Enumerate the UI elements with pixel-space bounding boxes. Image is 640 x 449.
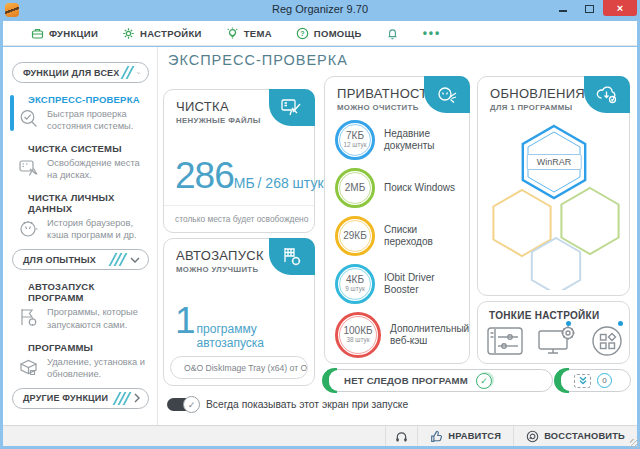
counter-badge[interactable]: 0 <box>597 373 612 388</box>
chevron-down-icon <box>130 257 140 263</box>
privacy-label: Недавние документы <box>384 128 459 153</box>
bell-icon <box>386 27 399 40</box>
collapse-button[interactable] <box>574 374 591 388</box>
stripes-decoration <box>124 66 131 79</box>
nav-desc: Быстрая проверка состояния системы. <box>47 107 151 132</box>
menu-theme[interactable]: ТЕМА <box>226 27 272 40</box>
menu-help-label: ПОМОЩЬ <box>314 28 362 39</box>
ellipsis-icon: ••• <box>423 26 442 40</box>
cleanup-caption: столько места будет освобождено <box>164 205 314 232</box>
menu-settings[interactable]: НАСТРОЙКИ <box>122 27 202 40</box>
chevron-down-icon <box>137 70 140 76</box>
support-button[interactable] <box>385 426 417 446</box>
updates-card[interactable]: ОБНОВЛЕНИЯ ДЛЯ 1 ПРОГРАММЫ WinRAR <box>477 76 630 296</box>
svg-text:?: ? <box>300 30 305 37</box>
restore-icon <box>526 430 539 443</box>
privacy-size: 2МБ <box>345 183 365 193</box>
autostart-card[interactable]: АВТОЗАПУСК МОЖНО УЛУЧШИТЬ 1программу авт… <box>163 238 315 386</box>
privacy-item-recent-documents[interactable]: 7КБ 12 штук Недавние документы <box>325 120 469 160</box>
winrar-update-chip[interactable]: WinRAR <box>527 154 582 170</box>
tweaks-card[interactable]: ТОНКИЕ НАСТРОЙКИ <box>477 301 630 364</box>
privacy-item-windows-search[interactable]: 2МБ Поиск Windows <box>325 168 469 208</box>
privacy-ring: 7КБ 12 штук <box>335 120 375 160</box>
green-accent <box>554 368 569 393</box>
card-title: ТОНКИЕ НАСТРОЙКИ <box>478 302 629 321</box>
cleanup-badge <box>269 89 315 126</box>
nav-title: ЧИСТКА ЛИЧНЫХ ДАННЫХ <box>28 192 151 214</box>
close-button[interactable]: × <box>603 0 637 16</box>
cleanup-size-value: 286 <box>175 155 234 197</box>
privacy-item-extra-web-cache[interactable]: 100КБ 38 штук Дополнительный веб-кэш <box>325 312 469 358</box>
sidebar: ФУНКЦИИ ДЛЯ ВСЕХ ЭКСПРЕСС-ПРОВЕРКА Быстр… <box>3 47 158 425</box>
cloud-download-icon <box>596 86 618 104</box>
restore-button[interactable]: ВОССТАНОВИТЬ <box>513 426 637 446</box>
cleanup-count: / 268 штук <box>258 175 324 191</box>
statusbar: НРАВИТСЯ ВОССТАНОВИТЬ <box>3 425 637 446</box>
autostart-badge <box>269 238 315 275</box>
privacy-item-iobit-driver-booster[interactable]: 4КБ 9 штук IObit Driver Booster <box>325 264 469 304</box>
notifications-bell[interactable] <box>386 27 399 40</box>
privacy-ring: 100КБ 38 штук <box>335 312 381 358</box>
double-chevron-down-icon <box>578 376 588 385</box>
stripes-decoration <box>112 253 124 266</box>
cleanup-summary: 286МБ/ 268 штук <box>175 155 314 197</box>
no-traces-status[interactable]: НЕТ СЛЕДОВ ПРОГРАММ ✓ <box>324 369 553 392</box>
main-panel: ЭКСПРЕСС-ПРОВЕРКА ЧИСТКА НЕНУЖНЫЕ ФАЙЛЫ … <box>158 47 637 425</box>
sidebar-item-autostart-programs[interactable]: АВТОЗАПУСК ПРОГРАММ Программы, которые з… <box>3 281 157 330</box>
section-label: ФУНКЦИИ ДЛЯ ВСЕХ <box>23 68 120 78</box>
like-button[interactable]: НРАВИТСЯ <box>417 426 513 446</box>
nav-title: ЭКСПРЕСС-ПРОВЕРКА <box>28 94 151 105</box>
menu-help[interactable]: ? ПОМОЩЬ <box>296 27 362 40</box>
hexagon-graphic <box>478 114 630 290</box>
monitor-gear-icon <box>538 325 578 357</box>
minimize-button[interactable] <box>549 0 576 16</box>
autostart-entry[interactable]: O&O DiskImage Tray (x64) от O… <box>170 356 308 379</box>
sidebar-item-express-check[interactable]: ЭКСПРЕСС-ПРОВЕРКА Быстрая проверка состо… <box>3 94 157 132</box>
nav-title: ПРОГРАММЫ <box>28 342 151 353</box>
nav-desc: Освобождение места на дисках. <box>47 156 151 181</box>
sidebar-item-private-data-cleanup[interactable]: ЧИСТКА ЛИЧНЫХ ДАННЫХ История браузеров, … <box>3 192 157 241</box>
green-accent <box>322 368 337 393</box>
collapse-counter-pill[interactable]: 0 <box>556 369 631 392</box>
privacy-card[interactable]: ПРИВАТНОСТЬ МОЖНО ОЧИСТИТЬ 7КБ 12 штук Н… <box>324 76 470 364</box>
autostart-entry-label: O&O DiskImage Tray (x64) от O… <box>184 363 308 373</box>
private-data-icon <box>17 216 42 241</box>
apps-circle-icon <box>591 325 623 357</box>
sidebar-section-for-experienced[interactable]: ДЛЯ ОПЫТНЫХ <box>12 249 149 270</box>
privacy-item-jump-lists[interactable]: 29КБ Списки переходов <box>325 216 469 256</box>
privacy-size: 4КБ <box>346 275 364 285</box>
privacy-size: 29КБ <box>343 231 367 241</box>
menubar: ФУНКЦИИ НАСТРОЙКИ ТЕМА ? ПОМОЩЬ ••• <box>3 21 637 46</box>
sidebar-item-system-cleanup[interactable]: ЧИСТКА СИСТЕМЫ Освобождение места на дис… <box>3 143 157 181</box>
titlebar: Reg Organizer 9.70 × <box>0 0 640 21</box>
notification-dot <box>618 321 623 326</box>
privacy-size: 7КБ <box>346 131 364 141</box>
toggle-knob-icon: ✓ <box>183 396 200 413</box>
window-title: Reg Organizer 9.70 <box>0 3 640 15</box>
sidebar-section-other-functions[interactable]: ДРУГИЕ ФУНКЦИИ <box>12 388 149 409</box>
minimize-icon <box>559 10 567 12</box>
cleanup-brush-icon <box>281 98 303 117</box>
privacy-label: IObit Driver Booster <box>384 272 459 297</box>
privacy-badge <box>424 76 470 113</box>
cleanup-size-unit: МБ <box>234 175 255 191</box>
maximize-button[interactable] <box>576 0 603 16</box>
menu-functions[interactable]: ФУНКЦИИ <box>31 27 98 40</box>
updates-hexagons: WinRAR <box>478 114 630 290</box>
privacy-count: 9 штук <box>345 285 364 294</box>
resize-grip[interactable] <box>630 439 639 448</box>
privacy-count: 38 штук <box>346 336 369 345</box>
no-traces-label: НЕТ СЛЕДОВ ПРОГРАММ <box>344 375 468 386</box>
check-circle-icon: ✓ <box>476 373 492 389</box>
show-on-startup-toggle[interactable]: ✓ <box>167 398 197 411</box>
menu-settings-label: НАСТРОЙКИ <box>140 28 202 39</box>
privacy-label: Списки переходов <box>384 224 459 249</box>
magnifier-check-icon <box>17 107 42 132</box>
cleanup-card[interactable]: ЧИСТКА НЕНУЖНЫЕ ФАЙЛЫ 286МБ/ 268 штук ст… <box>163 89 315 233</box>
menu-more[interactable]: ••• <box>423 26 442 40</box>
sidebar-section-functions-for-all[interactable]: ФУНКЦИИ ДЛЯ ВСЕХ <box>12 62 149 83</box>
nav-title: АВТОЗАПУСК ПРОГРАММ <box>28 281 151 303</box>
section-label: ДРУГИЕ ФУНКЦИИ <box>23 393 112 403</box>
sidebar-item-programs[interactable]: ПРОГРАММЫ Удаление, установка и обновлен… <box>3 342 157 380</box>
privacy-ring: 4КБ 9 штук <box>335 264 375 304</box>
